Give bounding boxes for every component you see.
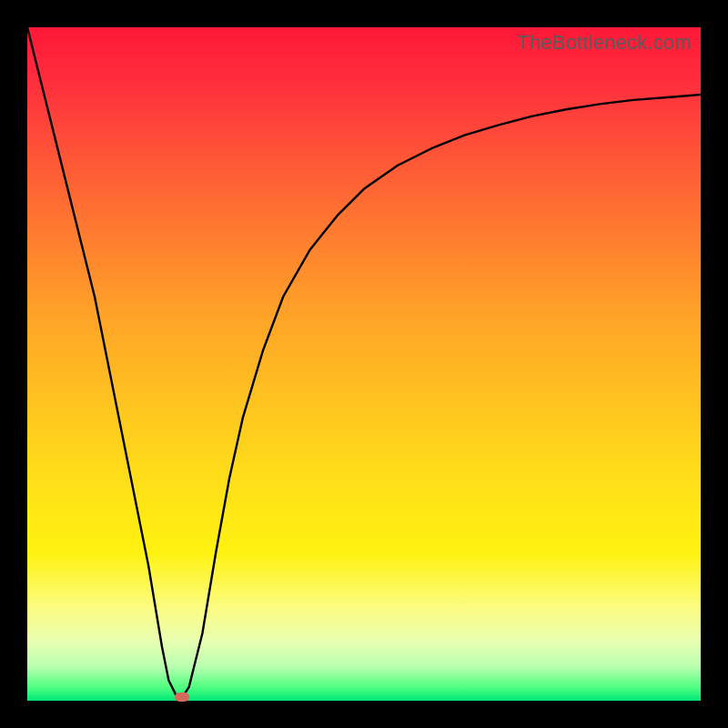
bottleneck-curve [27,27,701,701]
optimal-point-marker [175,693,189,702]
plot-area: TheBottleneck.com [27,27,701,701]
